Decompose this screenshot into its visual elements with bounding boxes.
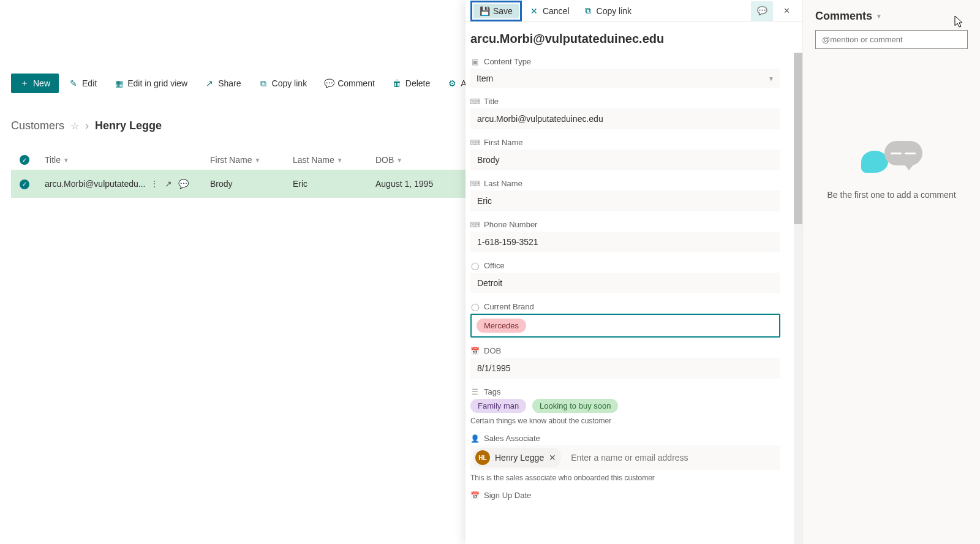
breadcrumb-current: Henry Legge: [95, 119, 162, 132]
tags-help: Certain things we know about the custome…: [470, 417, 780, 425]
field-phone: ⌨Phone Number: [470, 220, 780, 252]
person-name: Henry Legge: [495, 453, 544, 463]
command-bar: ＋ New ✎ Edit ▦ Edit in grid view ↗ Share…: [11, 74, 538, 93]
field-office: ◯Office: [470, 261, 780, 293]
col-firstname[interactable]: First Name ▼: [210, 155, 293, 165]
phone-input[interactable]: [470, 232, 780, 252]
lastname-input[interactable]: [470, 191, 780, 211]
save-label: Save: [493, 6, 513, 16]
close-panel-button[interactable]: ✕: [775, 1, 797, 21]
title-input[interactable]: [470, 108, 780, 129]
person-pill[interactable]: HL Henry Legge ✕: [473, 448, 561, 467]
sales-associate-input[interactable]: HL Henry Legge ✕: [470, 445, 780, 470]
col-title[interactable]: Title ▼: [45, 155, 210, 165]
link-icon: ⧉: [583, 6, 593, 16]
share-button[interactable]: ↗ Share: [197, 74, 248, 93]
content-type-select[interactable]: Item ▼: [470, 69, 780, 88]
row-check-icon[interactable]: ✓: [20, 179, 29, 189]
title-field-label: Title: [484, 97, 499, 106]
field-title: ⌨Title: [470, 97, 780, 129]
empty-comments-graphic: [861, 141, 922, 178]
panel-toolbar: 💾 Save ✕ Cancel ⧉ Copy link 💬 ✕: [466, 0, 802, 22]
person-search-input[interactable]: [566, 449, 778, 466]
copy-link-button[interactable]: ⧉ Copy link: [251, 74, 315, 93]
delete-button[interactable]: 🗑 Delete: [385, 74, 437, 93]
calendar-icon: 📅: [470, 491, 479, 500]
row-lastname: Eric: [293, 179, 375, 189]
star-icon[interactable]: ☆: [70, 120, 79, 132]
comments-header[interactable]: Comments ▼: [815, 10, 968, 23]
tag-chip[interactable]: Family man: [470, 399, 526, 413]
grid-icon: ▦: [114, 78, 124, 88]
comment-button[interactable]: 💬 Comment: [317, 74, 382, 93]
edit-grid-button[interactable]: ▦ Edit in grid view: [107, 74, 195, 93]
sales-label: Sales Associate: [484, 434, 540, 443]
col-dob[interactable]: DOB ▼: [375, 155, 461, 165]
panel-copy-link-label: Copy link: [597, 6, 632, 16]
firstname-label: First Name: [484, 138, 523, 147]
row-comment-icon[interactable]: 💬: [178, 179, 189, 189]
tag-icon: ☰: [470, 388, 479, 396]
sales-help: This is the sales associate who onboarde…: [470, 474, 780, 482]
avatar: HL: [475, 450, 490, 465]
cancel-label: Cancel: [543, 6, 570, 16]
trash-icon: 🗑: [392, 78, 402, 88]
cancel-button[interactable]: ✕ Cancel: [523, 2, 576, 20]
chevron-down-icon: ▼: [63, 157, 69, 164]
breadcrumb: Customers ☆ › Henry Legge: [11, 119, 162, 132]
chevron-right-icon: ›: [85, 119, 89, 132]
link-icon: ⧉: [258, 78, 268, 88]
brand-chip[interactable]: Mercedes: [477, 319, 526, 333]
panel-comments-toggle[interactable]: 💬: [751, 1, 773, 21]
text-field-icon: ⌨: [470, 97, 479, 106]
office-label: Office: [484, 261, 505, 270]
choice-icon: ◯: [470, 303, 479, 311]
copy-link-label: Copy link: [272, 78, 307, 88]
save-highlight-box: 💾 Save: [470, 1, 522, 21]
content-type-label: Content Type: [484, 57, 531, 66]
edit-button[interactable]: ✎ Edit: [61, 74, 104, 93]
calendar-icon: 📅: [470, 347, 479, 355]
chevron-down-icon: ▼: [876, 13, 882, 20]
comments-empty-state: Be the first one to add a comment: [815, 141, 968, 534]
breadcrumb-list[interactable]: Customers: [11, 119, 64, 132]
tags-container[interactable]: Family man Looking to buy soon: [470, 399, 780, 413]
row-dob: August 1, 1995: [375, 179, 461, 189]
save-button[interactable]: 💾 Save: [473, 4, 519, 18]
comment-label: Comment: [337, 78, 375, 88]
remove-person-icon[interactable]: ✕: [549, 453, 556, 463]
office-input[interactable]: [470, 273, 780, 293]
text-field-icon: ⌨: [470, 138, 479, 147]
row-more-icon[interactable]: ⋮: [150, 179, 159, 189]
scrollbar[interactable]: [794, 53, 802, 544]
field-sales-associate: 👤Sales Associate HL Henry Legge ✕ This i…: [470, 434, 780, 482]
comments-title: Comments: [815, 10, 872, 23]
dob-input[interactable]: [470, 358, 780, 379]
person-icon: 👤: [470, 434, 479, 443]
new-button[interactable]: ＋ New: [11, 74, 59, 93]
firstname-input[interactable]: [470, 149, 780, 170]
brand-label: Current Brand: [484, 302, 534, 311]
col-dob-label: DOB: [375, 155, 394, 165]
chevron-down-icon: ▼: [337, 157, 343, 164]
delete-label: Delete: [405, 78, 430, 88]
comment-input[interactable]: [815, 30, 968, 49]
chevron-down-icon: ▼: [768, 75, 774, 82]
row-share-icon[interactable]: ↗: [165, 179, 172, 189]
tags-label: Tags: [484, 387, 500, 396]
col-select[interactable]: ✓: [11, 155, 45, 165]
field-content-type: ▣Content Type Item ▼: [470, 57, 780, 88]
plus-icon: ＋: [20, 78, 29, 88]
check-all-icon[interactable]: ✓: [20, 155, 29, 165]
field-dob: 📅DOB: [470, 346, 780, 379]
col-lastname[interactable]: Last Name ▼: [293, 155, 375, 165]
panel-body: arcu.Morbi@vulputateduinec.edu ▣Content …: [466, 22, 802, 544]
content-type-icon: ▣: [470, 58, 479, 66]
panel-copy-link-button[interactable]: ⧉ Copy link: [577, 2, 638, 20]
tag-chip[interactable]: Looking to buy soon: [532, 399, 618, 413]
save-icon: 💾: [480, 6, 489, 16]
current-brand-input[interactable]: Mercedes: [470, 314, 780, 338]
empty-comments-text: Be the first one to add a comment: [827, 190, 956, 200]
chevron-down-icon: ▼: [396, 157, 402, 164]
col-fn-label: First Name: [210, 155, 252, 165]
